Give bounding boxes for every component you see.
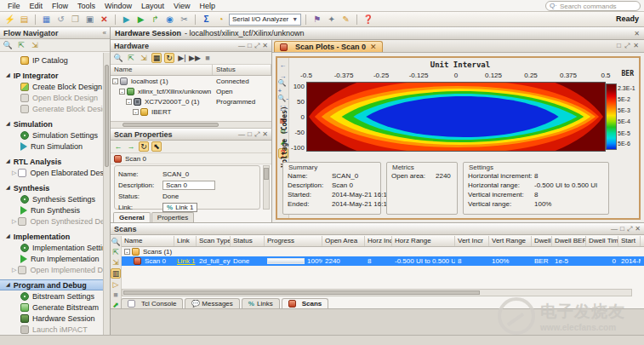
open-project-icon[interactable]: ▤ bbox=[18, 14, 31, 26]
flownav-section-synthesis[interactable]: ◢Synthesis bbox=[0, 182, 104, 193]
expander-icon[interactable]: ▷ bbox=[12, 170, 16, 176]
hw-col-status[interactable]: Status bbox=[213, 65, 271, 75]
tab-scans[interactable]: Scans bbox=[282, 298, 329, 308]
hw-expand-icon[interactable]: ⇱ bbox=[126, 53, 136, 63]
step-icon[interactable]: ↱ bbox=[149, 14, 162, 26]
flownav-item-hardware-session[interactable]: Hardware Session bbox=[0, 313, 104, 324]
plot-back-icon[interactable]: ← bbox=[278, 60, 288, 70]
hw-run-icon[interactable]: ▶| bbox=[177, 53, 187, 63]
float-icon[interactable]: ⤢ bbox=[254, 42, 259, 50]
menu-layout[interactable]: Layout bbox=[137, 2, 168, 10]
forward-arrow-icon[interactable]: → bbox=[126, 141, 136, 152]
hw-col-name[interactable]: Name bbox=[111, 65, 213, 75]
col-dwell[interactable]: Dwell bbox=[532, 236, 552, 246]
tab-general[interactable]: General bbox=[113, 212, 151, 222]
col-dwell-time[interactable]: Dwell Time bbox=[586, 236, 618, 246]
fn-search-icon[interactable]: 🔍 bbox=[3, 40, 13, 50]
scan-row-0[interactable]: Scan 0 Link 1 2d_full_eye Done 100% 2240… bbox=[122, 256, 644, 266]
clock-icon[interactable]: ◔ bbox=[214, 14, 227, 26]
help-icon[interactable]: ❓ bbox=[362, 14, 374, 26]
col-progress[interactable]: Progress bbox=[265, 236, 322, 246]
menu-view[interactable]: View bbox=[169, 2, 194, 10]
float-icon[interactable]: ⤢ bbox=[254, 130, 259, 139]
col-horz-range[interactable]: Horz Range bbox=[392, 236, 455, 246]
sigma-icon[interactable]: Σ bbox=[200, 14, 213, 26]
expander-icon[interactable]: ▷ bbox=[12, 218, 16, 225]
paste-icon[interactable]: ▣ bbox=[83, 14, 96, 26]
col-horz-incr[interactable]: Horz Incr bbox=[365, 236, 392, 246]
hw-collapse-icon[interactable]: ⇲ bbox=[139, 53, 149, 63]
flownav-item-bitstream-settings[interactable]: Bitstream Settings bbox=[0, 290, 104, 302]
minimize-icon[interactable]: — bbox=[238, 42, 245, 49]
hw-row-device[interactable]: -XC7V2000T_0 (1) Programmed bbox=[111, 96, 271, 106]
collapse-panel-icon[interactable]: « bbox=[103, 29, 106, 37]
fn-expand-icon[interactable]: ⇱ bbox=[16, 40, 26, 50]
hw-refresh-icon[interactable]: ↻ bbox=[164, 53, 174, 63]
flownav-section-rtl-analysis[interactable]: ◢RTL Analysis bbox=[0, 156, 104, 167]
flownav-item-generate-bitstream[interactable]: Generate Bitstream bbox=[0, 302, 104, 313]
maximize-icon[interactable]: □ bbox=[617, 42, 621, 50]
collapse-box-icon[interactable]: - bbox=[112, 78, 118, 84]
scans-group-row[interactable]: - Scans (1) bbox=[122, 247, 644, 256]
close-icon[interactable]: ✕ bbox=[635, 225, 641, 233]
hw-search-icon[interactable]: 🔍 bbox=[113, 53, 123, 63]
scans-search-icon[interactable]: 🔍 bbox=[111, 238, 121, 246]
tab-tcl-console[interactable]: Tcl Console bbox=[121, 298, 183, 308]
flownav-section-implementation[interactable]: ◢Implementation bbox=[0, 231, 104, 242]
eye-diagram-heatmap[interactable] bbox=[306, 82, 606, 152]
flownav-item-run-synthesis[interactable]: Run Synthesis bbox=[0, 204, 104, 216]
flownav-item-open-synthesized-design[interactable]: ▷Open Synthesized Design bbox=[0, 216, 104, 227]
col-status[interactable]: Status bbox=[231, 236, 265, 246]
hw-row-localhost[interactable]: -localhost (1) Connected bbox=[111, 76, 271, 86]
close-icon[interactable]: ✕ bbox=[634, 30, 640, 37]
flownav-item-synthesis-settings[interactable]: Synthesis Settings bbox=[0, 193, 104, 204]
menu-tools[interactable]: Tools bbox=[73, 2, 100, 10]
launch-icon[interactable]: ⚡ bbox=[3, 14, 16, 26]
save-icon[interactable]: ▦ bbox=[40, 14, 53, 26]
menu-help[interactable]: Help bbox=[195, 2, 219, 10]
wrench-icon[interactable]: ✂ bbox=[178, 14, 191, 26]
compass-icon[interactable]: ✦ bbox=[325, 14, 338, 26]
scans-collapse-icon[interactable]: ⇲ bbox=[111, 258, 121, 267]
scan-properties-scrollbar[interactable] bbox=[263, 165, 270, 210]
cell-link[interactable]: Link 1 bbox=[174, 257, 197, 265]
maximize-icon[interactable]: □ bbox=[248, 130, 252, 138]
maximize-icon[interactable]: □ bbox=[620, 225, 624, 233]
hardware-hscrollbar[interactable] bbox=[111, 121, 271, 128]
flownav-section-ip-integrator[interactable]: ◢IP Integrator bbox=[0, 70, 104, 81]
search-input[interactable]: Q· Search commands bbox=[545, 1, 641, 11]
flownav-section-simulation[interactable]: ◢Simulation bbox=[0, 118, 104, 129]
close-tab-icon[interactable]: ✕ bbox=[370, 43, 377, 51]
scans-create-icon[interactable]: ▥ bbox=[111, 268, 121, 279]
close-icon[interactable]: ✕ bbox=[262, 130, 268, 138]
col-scan-type[interactable]: Scan Type bbox=[197, 236, 231, 246]
hw-runall-icon[interactable]: ▶▶ bbox=[190, 53, 200, 63]
menu-window[interactable]: Window bbox=[100, 2, 136, 10]
tab-messages[interactable]: 💬Messages bbox=[185, 298, 239, 308]
flownav-item-launch-impact[interactable]: Launch iMPACT bbox=[0, 324, 104, 335]
col-vert-range[interactable]: Vert Range bbox=[489, 236, 532, 246]
flow-navigator-scrollbar[interactable] bbox=[103, 53, 110, 335]
col-dwell-ber[interactable]: Dwell BER bbox=[552, 236, 586, 246]
menu-file[interactable]: File bbox=[3, 2, 25, 10]
col-link[interactable]: Link bbox=[174, 236, 197, 246]
col-open-area[interactable]: Open Area bbox=[322, 236, 365, 246]
hw-row-target[interactable]: -xilinx_tcf/Xilinx/unknown (2) Open bbox=[111, 86, 271, 96]
flownav-item-open-implemented-design[interactable]: ▷Open Implemented Design bbox=[0, 264, 104, 275]
run-green-icon[interactable]: ▶ bbox=[134, 14, 147, 26]
run-teal-icon[interactable]: ▶ bbox=[120, 14, 133, 26]
menu-edit[interactable]: Edit bbox=[26, 2, 48, 10]
sp-select-icon[interactable]: ⬉ bbox=[151, 141, 162, 152]
flag-icon[interactable]: ⚑ bbox=[311, 14, 323, 26]
fn-collapse-icon[interactable]: ⇲ bbox=[30, 40, 40, 50]
minimize-icon[interactable]: — bbox=[238, 130, 245, 138]
pencil-icon[interactable]: ✎ bbox=[339, 14, 352, 26]
flownav-item-generate-block-design[interactable]: Generate Block Design bbox=[0, 103, 104, 114]
tab-links[interactable]: %Links bbox=[242, 298, 280, 308]
hw-stop-icon[interactable]: ■ bbox=[202, 53, 213, 63]
expander-icon[interactable]: ▷ bbox=[12, 267, 16, 273]
collapse-box-icon[interactable]: - bbox=[126, 99, 132, 105]
flownav-item-run-simulation[interactable]: Run Simulation bbox=[0, 141, 104, 152]
flownav-section-program-and-debug[interactable]: ◢Program and Debug bbox=[0, 279, 104, 290]
scans-expand-icon[interactable]: ⇱ bbox=[111, 248, 121, 256]
